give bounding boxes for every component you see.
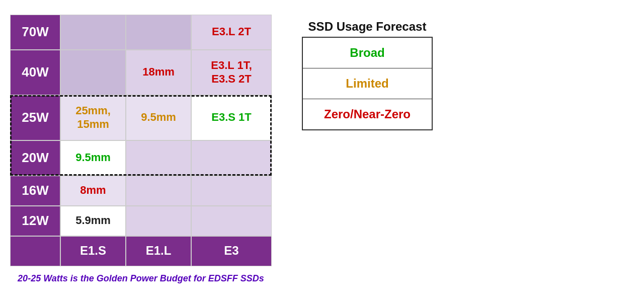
legend-limited: Limited [303, 68, 432, 99]
header-e1s: E1.S [60, 236, 126, 266]
row-40w-label: 40W [10, 50, 60, 95]
row-25w-e1s-text: 25mm,15mm [75, 104, 111, 131]
row-16w-e3 [191, 176, 272, 206]
row-70w-e3: E3.L 2T [191, 15, 272, 50]
row-16w-e1s: 8mm [60, 176, 126, 206]
row-40w-e3: E3.L 1T,E3.S 2T [191, 50, 272, 95]
row-70w-e1l [126, 15, 191, 50]
row-16w-label: 16W [10, 176, 60, 206]
header-empty [10, 236, 60, 266]
row-12w-e1l [126, 206, 191, 236]
caption-text: 20-25 Watts is the Golden Power Budget f… [18, 273, 264, 284]
table-section: 70W E3.L 2T 40W 18mm E3.L 1T,E3.S 2T 25W [10, 15, 272, 284]
row-16w-e1s-text: 8mm [80, 184, 106, 197]
legend-zero: Zero/Near-Zero [303, 99, 432, 129]
row-40w-e3-text: E3.L 1T,E3.S 2T [211, 59, 252, 86]
row-25w-e1l: 9.5mm [126, 95, 191, 140]
legend-box: Broad Limited Zero/Near-Zero [302, 37, 433, 130]
row-25w-e3: E3.S 1T [191, 95, 272, 140]
header-e1l: E1.L [126, 236, 191, 266]
row-20w-e1s: 9.5mm [60, 140, 126, 176]
legend-broad: Broad [303, 38, 432, 68]
row-12w-label: 12W [10, 206, 60, 236]
grid-wrapper: 70W E3.L 2T 40W 18mm E3.L 1T,E3.S 2T 25W [10, 15, 272, 266]
legend-section: SSD Usage Forecast Broad Limited Zero/Ne… [302, 20, 433, 130]
header-e3: E3 [191, 236, 272, 266]
row-12w-e1s: 5.9mm [60, 206, 126, 236]
row-25w-e3-text: E3.S 1T [211, 111, 251, 124]
row-20w-label: 20W [10, 140, 60, 176]
row-70w-e3-text: E3.L 2T [212, 25, 251, 38]
legend-title: SSD Usage Forecast [308, 20, 427, 34]
row-20w-e3 [191, 140, 272, 176]
row-40w-e1s [60, 50, 126, 95]
row-12w-e1s-text: 5.9mm [75, 214, 111, 227]
row-70w-label: 70W [10, 15, 60, 50]
row-16w-e1l [126, 176, 191, 206]
row-25w-label: 25W [10, 95, 60, 140]
row-40w-e1l: 18mm [126, 50, 191, 95]
row-20w-e1s-text: 9.5mm [75, 151, 111, 164]
row-20w-e1l [126, 140, 191, 176]
row-70w-e1s [60, 15, 126, 50]
row-40w-e1l-text: 18mm [142, 65, 175, 79]
row-25w-e1s: 25mm,15mm [60, 95, 126, 140]
main-container: 70W E3.L 2T 40W 18mm E3.L 1T,E3.S 2T 25W [10, 15, 634, 284]
row-25w-e1l-text: 9.5mm [141, 111, 176, 124]
row-12w-e3 [191, 206, 272, 236]
power-grid: 70W E3.L 2T 40W 18mm E3.L 1T,E3.S 2T 25W [10, 15, 272, 266]
